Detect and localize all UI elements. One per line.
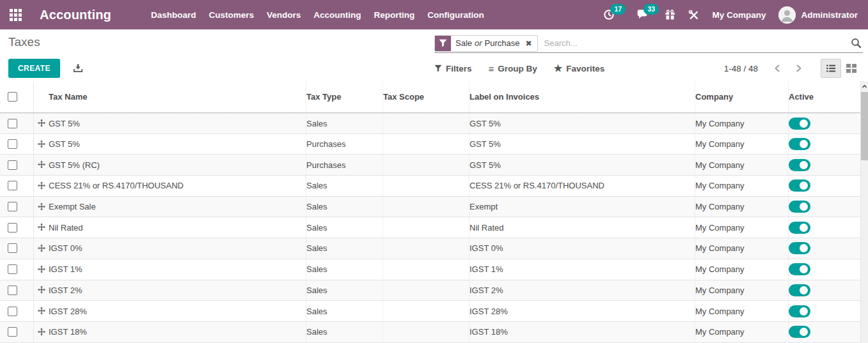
vertical-scrollbar[interactable] — [860, 81, 868, 343]
row-select-cell — [0, 280, 34, 301]
cell-active — [788, 114, 860, 133]
table-body: GST 5% Sales GST 5% My Company GST 5% Pu… — [0, 113, 860, 343]
row-checkbox[interactable] — [8, 139, 17, 149]
active-toggle[interactable] — [789, 222, 810, 234]
scrollbar-thumb[interactable] — [861, 92, 868, 160]
row-drag-handle[interactable] — [34, 286, 49, 294]
cell-tax-name: IGST 28% — [49, 307, 306, 316]
favorites-menu[interactable]: ★ Favorites — [554, 63, 604, 74]
row-drag-handle[interactable] — [34, 328, 49, 337]
row-checkbox[interactable] — [8, 202, 17, 211]
nav-item-accounting[interactable]: Accounting — [307, 0, 367, 29]
table-row[interactable]: IGST 2% Sales IGST 2% My Company — [0, 280, 860, 301]
facet-remove-icon[interactable]: ✖ — [525, 36, 537, 51]
active-toggle[interactable] — [789, 201, 810, 213]
support-tools-button[interactable] — [688, 10, 699, 20]
table-row[interactable]: GST 5% (RC) Purchases GST 5% My Company — [0, 155, 860, 176]
activity-count-badge: 17 — [610, 4, 626, 15]
active-toggle[interactable] — [789, 138, 810, 150]
row-checkbox[interactable] — [8, 119, 17, 128]
column-header-company[interactable]: Company — [695, 81, 788, 112]
cell-tax-scope — [383, 134, 469, 155]
export-icon[interactable] — [73, 63, 83, 73]
rewards-button[interactable] — [665, 10, 675, 20]
table-row[interactable]: CESS 21% or RS.4170/THOUSAND Sales CESS … — [0, 176, 860, 197]
row-checkbox[interactable] — [8, 243, 17, 253]
cell-tax-scope — [383, 114, 469, 133]
active-toggle[interactable] — [789, 118, 810, 130]
nav-item-customers[interactable]: Customers — [203, 0, 261, 29]
search-bar[interactable]: Sale or Purchase ✖ — [434, 34, 863, 53]
table-row[interactable]: IGST 0% Sales IGST 0% My Company — [0, 238, 860, 259]
row-checkbox[interactable] — [8, 327, 17, 337]
select-all-checkbox[interactable] — [8, 92, 17, 102]
column-header-tax-type[interactable]: Tax Type — [306, 81, 383, 112]
row-drag-handle[interactable] — [34, 202, 49, 211]
company-switcher[interactable]: My Company — [712, 10, 766, 20]
row-drag-handle[interactable] — [34, 307, 49, 316]
nav-item-reporting[interactable]: Reporting — [368, 0, 422, 29]
create-button[interactable]: CREATE — [8, 59, 60, 78]
apps-menu-button[interactable] — [0, 0, 31, 29]
kanban-view-button[interactable] — [841, 59, 862, 78]
active-toggle[interactable] — [789, 263, 810, 275]
cell-tax-name: GST 5% — [49, 139, 306, 149]
column-header-tax-scope[interactable]: Tax Scope — [383, 81, 469, 112]
active-toggle[interactable] — [789, 326, 810, 338]
table-row[interactable]: GST 5% Sales GST 5% My Company — [0, 113, 860, 134]
search-input[interactable] — [538, 38, 847, 48]
row-drag-handle[interactable] — [34, 119, 49, 128]
user-menu[interactable]: Administrator — [778, 6, 858, 24]
top-navbar: Accounting Dashboard Customers Vendors A… — [0, 0, 868, 29]
activities-button[interactable]: 17 — [603, 9, 615, 20]
active-toggle[interactable] — [789, 159, 810, 171]
messages-button[interactable]: 33 — [636, 9, 648, 20]
toggle-knob — [800, 202, 808, 211]
pager-next-button[interactable] — [790, 61, 808, 75]
active-toggle[interactable] — [789, 242, 810, 254]
toggle-knob — [800, 265, 808, 273]
drag-move-icon — [37, 181, 46, 190]
row-drag-handle[interactable] — [34, 140, 49, 149]
list-view-button[interactable] — [821, 59, 841, 78]
table-row[interactable]: IGST 28% Sales IGST 28% My Company — [0, 301, 860, 322]
nav-item-vendors[interactable]: Vendors — [260, 0, 307, 29]
table-row[interactable]: Nil Rated Sales Nil Rated My Company — [0, 217, 860, 238]
active-toggle[interactable] — [789, 305, 810, 317]
row-checkbox[interactable] — [8, 307, 17, 316]
cell-company: My Company — [695, 176, 788, 196]
table-row[interactable]: Exempt Sale Sales Exempt My Company — [0, 197, 860, 218]
row-drag-handle[interactable] — [34, 181, 49, 190]
row-drag-handle[interactable] — [34, 265, 49, 274]
column-header-tax-name[interactable]: Tax Name — [49, 92, 306, 102]
row-checkbox[interactable] — [8, 286, 17, 295]
nav-item-dashboard[interactable]: Dashboard — [145, 0, 203, 29]
column-header-label-on-invoices[interactable]: Label on Invoices — [469, 81, 695, 112]
row-drag-handle[interactable] — [34, 244, 49, 253]
cell-label-on-invoices: IGST 2% — [469, 280, 695, 301]
group-by-menu[interactable]: ≡ Group By — [489, 63, 537, 74]
app-title[interactable]: Accounting — [40, 8, 111, 22]
row-drag-handle[interactable] — [34, 160, 49, 169]
row-checkbox[interactable] — [8, 264, 17, 274]
row-checkbox[interactable] — [8, 160, 17, 170]
table-row[interactable]: IGST 18% Sales IGST 18% My Company — [0, 322, 860, 343]
scrollbar-up-arrow-icon[interactable] — [861, 81, 868, 91]
row-checkbox[interactable] — [8, 181, 17, 190]
filters-menu[interactable]: Filters — [434, 64, 472, 73]
toggle-knob — [800, 119, 808, 128]
row-checkbox[interactable] — [8, 223, 17, 232]
toggle-knob — [800, 224, 808, 232]
pager-previous-button[interactable] — [768, 61, 786, 75]
active-toggle[interactable] — [789, 179, 810, 192]
row-drag-handle[interactable] — [34, 223, 49, 232]
table-row[interactable]: IGST 1% Sales IGST 1% My Company — [0, 259, 860, 280]
table-row[interactable]: GST 5% Purchases GST 5% My Company — [0, 134, 860, 155]
column-header-active[interactable]: Active — [788, 81, 860, 112]
search-icon[interactable] — [847, 38, 863, 49]
row-select-cell — [0, 301, 34, 321]
cell-tax-type: Sales — [306, 280, 383, 301]
active-toggle[interactable] — [789, 284, 810, 296]
search-facet[interactable]: Sale or Purchase ✖ — [434, 35, 538, 52]
nav-item-configuration[interactable]: Configuration — [421, 0, 490, 29]
